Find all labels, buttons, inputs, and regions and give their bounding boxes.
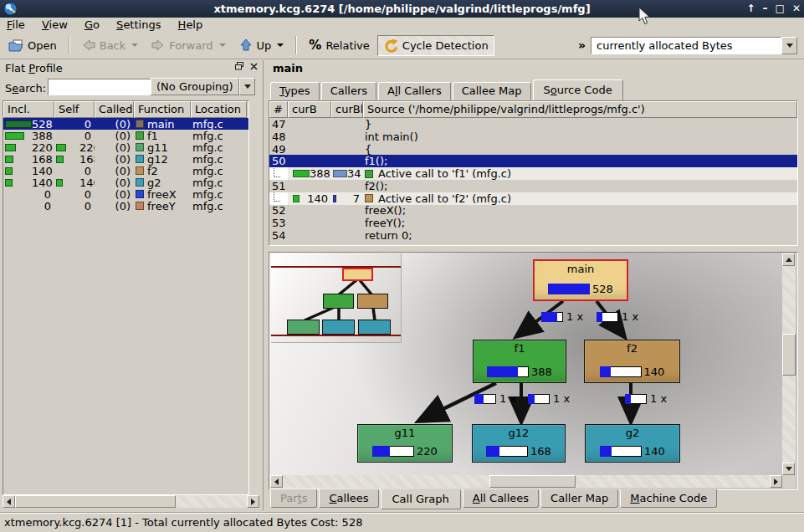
graph-node-g2[interactable]: g2 140 xyxy=(585,424,680,463)
source-header: # curB curBk Source ('/home/philippe/val… xyxy=(269,101,797,118)
column-header-curbk[interactable]: curBk xyxy=(331,101,363,118)
scroll-right-button[interactable] xyxy=(770,475,782,488)
forward-arrow-icon xyxy=(151,38,165,52)
scrollbar-thumb[interactable] xyxy=(782,334,796,376)
close-icon[interactable]: ✕ xyxy=(792,0,801,18)
graph-node-main[interactable]: main 528 xyxy=(533,259,628,301)
grouping-combobox[interactable]: (No Grouping) xyxy=(151,78,259,95)
toolbar: Open Back Forward Up % Relative xyxy=(0,32,804,59)
table-row[interactable]: 140 140 (0) g2 mfg.c xyxy=(3,176,248,188)
source-row[interactable]: 53 freeY(); xyxy=(269,217,797,229)
scroll-left-button[interactable] xyxy=(3,495,15,508)
float-dock-icon[interactable] xyxy=(235,62,243,70)
column-header-function[interactable]: Function xyxy=(134,101,191,118)
graph-minimap[interactable] xyxy=(271,253,402,343)
relative-toggle-button[interactable]: % Relative xyxy=(303,34,375,56)
chevron-left-icon xyxy=(7,499,11,505)
source-row-selected[interactable]: 50 f1(); xyxy=(269,155,797,167)
scroll-left-button[interactable] xyxy=(270,475,283,488)
tab-caller-map[interactable]: Caller Map xyxy=(540,489,618,508)
table-row[interactable]: 0 0 (0) freeX mfg.c xyxy=(3,188,248,200)
tab-callee-map[interactable]: Callee Map xyxy=(453,82,531,100)
graph-node-g12[interactable]: g12 168 xyxy=(472,424,566,463)
scroll-up-button[interactable] xyxy=(782,253,795,266)
source-row[interactable]: 47 } xyxy=(269,118,797,130)
keep-above-icon[interactable]: ↑ xyxy=(747,0,755,18)
scroll-down-button[interactable] xyxy=(782,463,795,475)
incl-bar xyxy=(5,156,13,163)
tab-all-callees[interactable]: All Callees xyxy=(463,489,539,508)
event-type-combobox[interactable]: currently allocated Bytes xyxy=(591,37,797,54)
table-row[interactable]: 0 0 (0) freeY mfg.c xyxy=(3,200,248,212)
source-row[interactable]: 48 int main() xyxy=(269,130,797,143)
node-label: f2 xyxy=(627,342,638,355)
cycle-detection-toggle-button[interactable]: Cycle Detection xyxy=(377,35,494,56)
incl-bar xyxy=(5,144,16,151)
node-cost-bar xyxy=(486,446,528,457)
tab-machine-code[interactable]: Machine Code xyxy=(620,489,717,508)
combobox-arrow-button[interactable] xyxy=(239,78,255,95)
horizontal-scrollbar[interactable] xyxy=(270,475,782,488)
menu-help[interactable]: Help xyxy=(172,18,210,32)
vertical-scrollbar[interactable] xyxy=(782,253,796,475)
source-row[interactable]: 54 return 0; xyxy=(269,229,797,242)
table-row[interactable]: 528 0 (0) main mfg.c xyxy=(3,118,248,130)
graph-node-f1[interactable]: f1 388 xyxy=(473,340,566,383)
function-color-icon xyxy=(136,166,144,175)
scroll-right-button[interactable] xyxy=(247,495,259,508)
tab-call-graph[interactable]: Call Graph xyxy=(381,489,461,509)
menu-view[interactable]: View xyxy=(35,18,74,32)
window-title: xtmemory.kcg.6274 [/home/philippe/valgri… xyxy=(213,3,590,15)
tab-all-callers[interactable]: All Callers xyxy=(378,82,451,100)
column-header-called[interactable]: Called xyxy=(95,101,134,118)
minimize-icon[interactable]: – xyxy=(763,0,768,18)
up-dropdown-icon[interactable] xyxy=(277,43,284,47)
menubar: File View Go Settings Help xyxy=(0,18,804,32)
source-call-row[interactable]: 140 7 Active call to 'f2' (mfg.c) xyxy=(269,192,797,205)
combobox-arrow-button[interactable] xyxy=(781,37,797,54)
maximize-icon[interactable]: □ xyxy=(776,0,785,18)
node-cost: 388 xyxy=(531,366,552,378)
edge-cost-bar xyxy=(597,312,618,322)
column-header-line[interactable]: # xyxy=(269,101,288,118)
search-input[interactable] xyxy=(48,79,153,95)
column-header-location[interactable]: Location xyxy=(191,101,247,118)
call-graph-view[interactable]: main 528 f1 388 f2 140 g11 220 g12 168 g… xyxy=(269,252,798,490)
scrollbar-thumb[interactable] xyxy=(15,495,176,508)
menu-go[interactable]: Go xyxy=(78,18,106,32)
column-header-incl[interactable]: Incl. xyxy=(3,101,54,118)
graph-node-g11[interactable]: g11 220 xyxy=(357,424,453,463)
node-label: f1 xyxy=(515,342,525,355)
table-row[interactable]: 168 168 (0) g12 mfg.c xyxy=(3,153,248,165)
edge-cost-bar xyxy=(528,394,550,404)
source-row[interactable]: 51 f2(); xyxy=(269,180,797,192)
source-row[interactable]: 49 { xyxy=(269,143,797,156)
column-header-self[interactable]: Self xyxy=(54,101,95,118)
chevron-down-icon xyxy=(786,467,792,471)
app-icon xyxy=(3,2,18,16)
toolbar-extension-chevron[interactable]: » xyxy=(578,38,586,52)
graph-node-f2[interactable]: f2 140 xyxy=(584,340,680,383)
table-row[interactable]: 388 0 (0) f1 mfg.c xyxy=(3,130,248,141)
scrollbar-thumb[interactable] xyxy=(489,475,576,488)
open-button[interactable]: Open xyxy=(3,36,63,55)
source-call-row[interactable]: 388 34 Active call to 'f1' (mfg.c) xyxy=(269,167,797,180)
tab-callees[interactable]: Callees xyxy=(319,489,378,508)
up-button[interactable]: Up xyxy=(233,35,290,55)
column-header-source[interactable]: Source ('/home/philippe/valgrind/littlep… xyxy=(363,101,797,118)
column-header-curb[interactable]: curB xyxy=(288,101,331,118)
menu-file[interactable]: File xyxy=(0,18,32,32)
tab-types[interactable]: Types xyxy=(270,82,320,100)
tab-source-code[interactable]: Source Code xyxy=(533,79,623,101)
self-bar xyxy=(56,179,63,187)
close-dock-icon[interactable] xyxy=(250,63,258,70)
source-row[interactable]: 52 freeX(); xyxy=(269,205,797,217)
function-color-icon xyxy=(136,131,144,140)
splitter-horizontal[interactable] xyxy=(268,244,804,252)
table-row[interactable]: 140 0 (0) f2 mfg.c xyxy=(3,165,248,176)
horizontal-scrollbar[interactable] xyxy=(3,495,259,508)
back-button: Back xyxy=(76,35,145,55)
menu-settings[interactable]: Settings xyxy=(110,18,167,32)
table-row[interactable]: 220 220 (0) g11 mfg.c xyxy=(3,141,248,153)
tab-callers[interactable]: Callers xyxy=(321,82,376,100)
